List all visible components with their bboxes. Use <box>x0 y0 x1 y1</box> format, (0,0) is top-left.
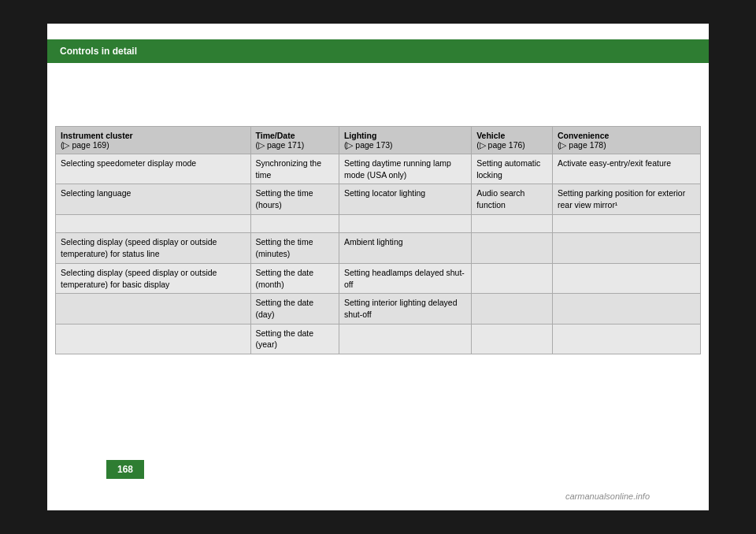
cell-convenience-7 <box>552 324 700 354</box>
cell-lighting-6: Setting interior lighting delayed shut-o… <box>339 294 471 324</box>
page-content: Controls in detail Instrument cluster (▷… <box>47 24 709 510</box>
cell-convenience-1: Activate easy-entry/exit feature <box>552 154 700 184</box>
cell-vehicle-3 <box>472 214 553 233</box>
table-row: Selecting display (speed display or outs… <box>56 233 701 263</box>
cell-vehicle-7 <box>472 324 553 354</box>
watermark: carmanualsonline.info <box>565 491 650 501</box>
cell-lighting-5: Setting headlamps delayed shut-off <box>339 263 471 293</box>
header-title: Controls in detail <box>60 46 137 57</box>
col-header-convenience: Convenience (▷ page 178) <box>552 127 700 154</box>
cell-convenience-4 <box>552 233 700 263</box>
cell-vehicle-5 <box>472 263 553 293</box>
header-bar: Controls in detail <box>47 39 709 63</box>
cell-lighting-2: Setting locator lighting <box>339 184 471 214</box>
cell-lighting-3 <box>339 214 471 233</box>
col-header-instrument: Instrument cluster (▷ page 169) <box>56 127 251 154</box>
cell-instrument-7 <box>56 324 251 354</box>
table-row: Setting the date (day) Setting interior … <box>56 294 701 324</box>
cell-instrument-3 <box>56 214 251 233</box>
cell-convenience-2: Setting parking position for exterior re… <box>552 184 700 214</box>
cell-vehicle-2: Audio search function <box>472 184 553 214</box>
cell-lighting-1: Setting daytime running lamp mode (USA o… <box>339 154 471 184</box>
content-table: Instrument cluster (▷ page 169) Time/Dat… <box>55 126 701 354</box>
table-header-row: Instrument cluster (▷ page 169) Time/Dat… <box>56 127 701 154</box>
cell-lighting-4: Ambient lighting <box>339 233 471 263</box>
cell-instrument-1: Selecting speedometer display mode <box>56 154 251 184</box>
table-container: Instrument cluster (▷ page 169) Time/Dat… <box>55 126 701 354</box>
cell-convenience-3 <box>552 214 700 233</box>
cell-timedate-1: Synchronizing the time <box>250 154 339 184</box>
cell-timedate-2: Setting the time (hours) <box>250 184 339 214</box>
col-header-timedate: Time/Date (▷ page 171) <box>250 127 339 154</box>
cell-vehicle-4 <box>472 233 553 263</box>
cell-timedate-3 <box>250 214 339 233</box>
cell-lighting-7 <box>339 324 471 354</box>
table-row: Selecting speedometer display mode Synch… <box>56 154 701 184</box>
cell-instrument-4: Selecting display (speed display or outs… <box>56 233 251 263</box>
cell-vehicle-6 <box>472 294 553 324</box>
table-row: Selecting display (speed display or outs… <box>56 263 701 293</box>
table-row: Setting the date (year) <box>56 324 701 354</box>
table-row <box>56 214 701 233</box>
cell-timedate-6: Setting the date (day) <box>250 294 339 324</box>
cell-convenience-5 <box>552 263 700 293</box>
cell-timedate-7: Setting the date (year) <box>250 324 339 354</box>
table-row: Selecting language Setting the time (hou… <box>56 184 701 214</box>
col-header-vehicle: Vehicle (▷ page 176) <box>472 127 553 154</box>
page-number: 168 <box>106 460 144 479</box>
col-header-lighting: Lighting (▷ page 173) <box>339 127 471 154</box>
cell-instrument-5: Selecting display (speed display or outs… <box>56 263 251 293</box>
cell-instrument-6 <box>56 294 251 324</box>
cell-timedate-4: Setting the time (minutes) <box>250 233 339 263</box>
cell-convenience-6 <box>552 294 700 324</box>
cell-vehicle-1: Setting automatic locking <box>472 154 553 184</box>
cell-instrument-2: Selecting language <box>56 184 251 214</box>
cell-timedate-5: Setting the date (month) <box>250 263 339 293</box>
